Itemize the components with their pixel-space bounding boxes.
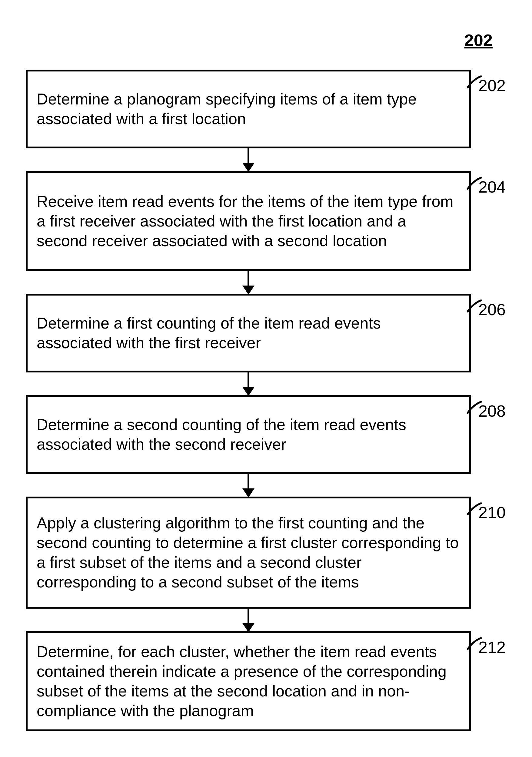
step-label: 210 bbox=[478, 503, 506, 522]
flowchart-step-1: Determine a planogram specifying items o… bbox=[26, 70, 471, 148]
step-label: 212 bbox=[478, 638, 506, 656]
flowchart-step-2: Receive item read events for the items o… bbox=[26, 171, 471, 271]
step-text: Determine a second counting of the item … bbox=[37, 415, 460, 454]
flowchart-step-6: Determine, for each cluster, whether the… bbox=[26, 631, 471, 731]
step-text: Determine a planogram specifying items o… bbox=[37, 89, 460, 129]
flowchart-step-5: Apply a clustering algorithm to the firs… bbox=[26, 497, 471, 609]
arrow-line-icon bbox=[247, 148, 249, 164]
arrow-line-icon bbox=[247, 609, 249, 624]
step-label: 208 bbox=[478, 402, 506, 420]
flow-arrow bbox=[26, 148, 471, 171]
step-text: Determine, for each cluster, whether the… bbox=[37, 642, 460, 721]
flow-arrow bbox=[26, 609, 471, 631]
flowchart-step-4: Determine a second counting of the item … bbox=[26, 395, 471, 474]
arrow-head-icon bbox=[242, 488, 255, 498]
step-label: 202 bbox=[478, 76, 506, 95]
flowchart-step-3: Determine a first counting of the item r… bbox=[26, 294, 471, 373]
flow-arrow bbox=[26, 271, 471, 294]
step-label: 206 bbox=[478, 300, 506, 319]
step-text: Receive item read events for the items o… bbox=[37, 192, 460, 251]
arrow-head-icon bbox=[242, 387, 255, 396]
arrow-head-icon bbox=[242, 163, 255, 172]
flow-arrow bbox=[26, 373, 471, 395]
arrow-line-icon bbox=[247, 474, 249, 489]
arrow-head-icon bbox=[242, 623, 255, 632]
step-text: Apply a clustering algorithm to the firs… bbox=[37, 513, 460, 592]
flow-arrow bbox=[26, 474, 471, 497]
diagram-title: 202 bbox=[464, 30, 493, 50]
flowchart-container: Determine a planogram specifying items o… bbox=[26, 70, 471, 731]
step-text: Determine a first counting of the item r… bbox=[37, 314, 460, 353]
arrow-line-icon bbox=[247, 373, 249, 388]
arrow-line-icon bbox=[247, 271, 249, 286]
step-label: 204 bbox=[478, 177, 506, 196]
arrow-head-icon bbox=[242, 286, 255, 295]
